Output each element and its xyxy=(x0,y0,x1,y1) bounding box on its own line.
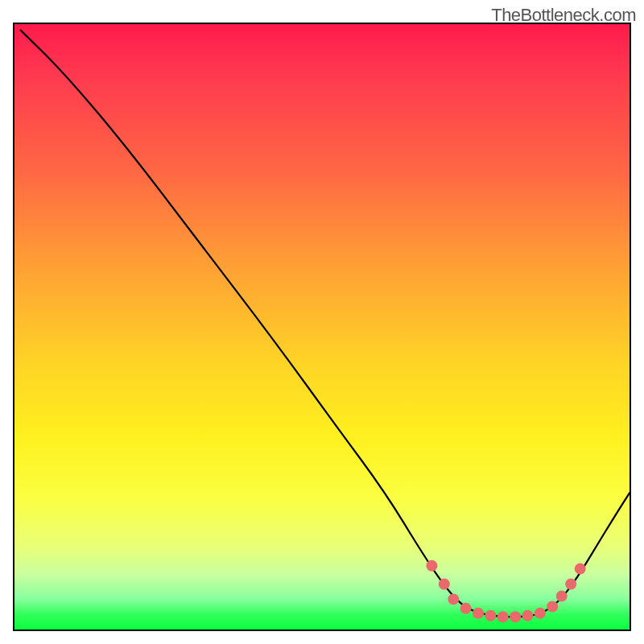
bottleneck-curve xyxy=(21,31,630,617)
highlight-dot xyxy=(565,579,576,590)
highlight-dot xyxy=(485,610,496,621)
curve-svg xyxy=(14,24,631,631)
highlight-dot xyxy=(575,564,586,575)
chart-container: TheBottleneck.com xyxy=(0,0,644,644)
highlight-dot xyxy=(439,579,450,590)
highlight-dot xyxy=(473,608,484,619)
highlight-dot xyxy=(510,611,521,622)
highlight-dot xyxy=(497,611,509,622)
plot-area xyxy=(13,23,631,631)
highlight-dot xyxy=(556,591,568,602)
highlight-dot xyxy=(426,560,437,572)
highlight-dot xyxy=(547,601,558,613)
highlight-dot xyxy=(522,610,533,621)
highlight-dot xyxy=(448,593,459,605)
highlight-dot xyxy=(460,603,472,614)
highlight-dot xyxy=(535,608,546,619)
